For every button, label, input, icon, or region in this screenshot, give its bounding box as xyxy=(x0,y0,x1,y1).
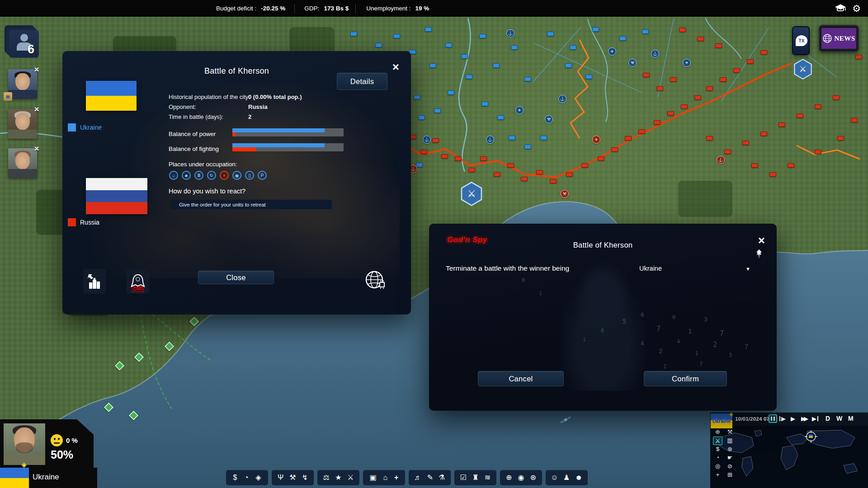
close-icon[interactable]: × xyxy=(33,145,41,153)
enemy-unit-marker[interactable] xyxy=(724,150,731,154)
buildings-icon[interactable]: ⌂ xyxy=(383,474,388,481)
occupied-poi-icon[interactable]: ⚒ xyxy=(561,190,569,198)
close-icon[interactable]: × xyxy=(758,235,765,246)
close-icon[interactable]: × xyxy=(33,66,41,74)
scales-icon[interactable]: ⚖ xyxy=(323,474,329,481)
speaker-icon[interactable]: ♟ xyxy=(563,474,570,481)
enemy-unit-marker[interactable] xyxy=(670,77,677,82)
enemy-unit-marker[interactable] xyxy=(432,138,439,143)
ballot-icon[interactable]: ☑ xyxy=(460,474,467,481)
enemy-unit-marker[interactable] xyxy=(667,111,674,116)
factory-icon[interactable]: ⚒ xyxy=(289,474,296,481)
briefcase-icon[interactable]: ▣ xyxy=(370,474,377,481)
friendly-unit-marker[interactable] xyxy=(414,95,420,99)
theater-masks-icon[interactable]: ♬ xyxy=(414,474,421,481)
enemy-unit-marker[interactable] xyxy=(521,177,528,181)
friendly-unit-marker[interactable] xyxy=(425,27,432,32)
money-bag-icon[interactable]: ◈ xyxy=(255,474,261,481)
enemy-unit-marker[interactable] xyxy=(656,86,663,91)
enemy-unit-marker[interactable] xyxy=(420,150,427,154)
friendly-unit-marker[interactable] xyxy=(509,136,515,140)
pending-advisors-stack[interactable]: 6 xyxy=(9,30,39,58)
pin-icon[interactable] xyxy=(755,249,763,260)
friendly-unit-marker[interactable] xyxy=(466,75,472,79)
play-button[interactable]: ▶ xyxy=(791,414,795,423)
enemy-unit-marker[interactable] xyxy=(480,156,487,161)
capitol-icon[interactable]: ♜ xyxy=(472,474,479,481)
friendly-unit-marker[interactable] xyxy=(592,27,599,32)
enemy-unit-marker[interactable] xyxy=(720,77,726,82)
enemy-unit-marker[interactable] xyxy=(815,150,821,154)
resource-diamond-marker[interactable] xyxy=(165,342,174,351)
friendly-unit-marker[interactable] xyxy=(497,115,504,120)
police-badge-icon[interactable]: ★ xyxy=(335,474,341,481)
education-icon[interactable]: ✎ xyxy=(427,474,433,481)
tank-icon[interactable]: ⚔ xyxy=(713,436,722,445)
pie-chart-icon[interactable]: ◔ xyxy=(244,474,249,481)
factory-icon[interactable]: ⚒ xyxy=(725,428,735,436)
enemy-unit-marker[interactable] xyxy=(679,28,686,32)
enemy-unit-marker[interactable] xyxy=(855,55,862,59)
city-poi-icon[interactable]: ⚒ xyxy=(545,115,553,123)
friendly-unit-marker[interactable] xyxy=(524,145,531,149)
chevron-down-icon[interactable]: ▼ xyxy=(745,266,750,272)
enemy-unit-marker[interactable] xyxy=(697,37,704,41)
enemy-unit-marker[interactable] xyxy=(654,120,660,125)
bar-chart-icon[interactable]: ▥ xyxy=(725,436,735,445)
friendly-unit-marker[interactable] xyxy=(393,34,400,38)
occupied-poi-icon[interactable]: ⚓ xyxy=(717,156,725,164)
god-n-spy-button[interactable]: GNS xyxy=(127,269,149,294)
friendly-unit-marker[interactable] xyxy=(570,45,576,50)
resource-diamond-marker[interactable] xyxy=(189,317,199,326)
enemy-unit-marker[interactable] xyxy=(815,104,821,109)
close-icon[interactable]: × xyxy=(33,106,41,114)
world-globe-icon[interactable] xyxy=(364,269,386,291)
enemy-unit-marker[interactable] xyxy=(706,136,713,141)
group-icon[interactable]: ☻ xyxy=(575,474,583,481)
fast-forward-button[interactable]: ▶▶ xyxy=(801,414,807,423)
city-poi-icon[interactable]: ⚓ xyxy=(558,95,566,103)
speed-week-button[interactable]: W xyxy=(836,414,842,423)
enemy-unit-marker[interactable] xyxy=(598,156,604,161)
pause-button[interactable] xyxy=(769,414,777,423)
hand-icon[interactable]: ☛ xyxy=(725,454,735,462)
enemy-unit-marker[interactable] xyxy=(625,136,632,141)
handshake-icon[interactable]: ⊛ xyxy=(725,445,735,454)
enemy-unit-marker[interactable] xyxy=(681,104,688,109)
enemy-unit-marker[interactable] xyxy=(751,163,758,168)
enemy-unit-marker[interactable] xyxy=(706,86,713,91)
enemy-unit-marker[interactable] xyxy=(797,113,803,118)
speed-month-button[interactable]: M xyxy=(848,414,854,423)
winner-dropdown[interactable]: Ukraine xyxy=(619,265,682,272)
enemy-unit-marker[interactable] xyxy=(778,122,785,127)
target-icon[interactable]: ◎ xyxy=(713,462,722,471)
enemy-unit-marker[interactable] xyxy=(441,154,448,159)
globe-icon[interactable]: ⊕ xyxy=(506,474,512,481)
friendly-unit-marker[interactable] xyxy=(445,43,452,47)
resource-diamond-marker[interactable] xyxy=(129,411,138,420)
enemy-unit-marker[interactable] xyxy=(455,156,462,161)
enemy-unit-marker[interactable] xyxy=(837,136,844,141)
confirm-button[interactable]: Confirm xyxy=(644,371,727,386)
friendly-unit-marker[interactable] xyxy=(461,54,468,59)
wheat-icon[interactable]: Ψ xyxy=(278,474,283,481)
friendly-unit-marker[interactable] xyxy=(429,63,436,68)
friendly-unit-marker[interactable] xyxy=(540,136,547,140)
friendly-unit-marker[interactable] xyxy=(416,163,423,167)
tutorial-cap-icon[interactable] xyxy=(835,3,846,14)
enemy-unit-marker[interactable] xyxy=(833,95,840,100)
friendly-unit-marker[interactable] xyxy=(619,36,626,41)
enemy-unit-marker[interactable] xyxy=(851,118,858,122)
energy-icon[interactable]: ↯ xyxy=(302,474,308,481)
resource-diamond-marker[interactable] xyxy=(134,352,144,362)
enemy-unit-marker[interactable] xyxy=(760,131,767,136)
step-button[interactable]: ▶ xyxy=(779,414,786,423)
friendly-unit-marker[interactable] xyxy=(511,45,518,50)
friendly-unit-marker[interactable] xyxy=(418,115,425,120)
resource-diamond-marker[interactable] xyxy=(115,361,124,371)
friendly-unit-marker[interactable] xyxy=(375,43,382,47)
dollar-icon[interactable]: $ xyxy=(713,445,722,454)
skip-to-end-button[interactable]: ▶ xyxy=(812,414,818,423)
city-poi-icon[interactable]: ✈ xyxy=(515,106,524,114)
un-icon[interactable]: ◉ xyxy=(518,474,524,481)
